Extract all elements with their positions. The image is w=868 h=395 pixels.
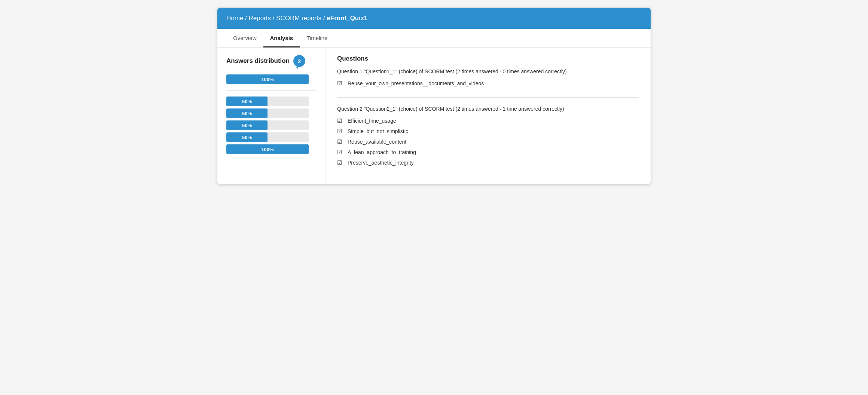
- tab-timeline[interactable]: Timeline: [300, 29, 334, 48]
- answers-distribution-title: Answers distribution: [226, 57, 290, 65]
- bar-fill-q2-2: 50%: [226, 108, 268, 118]
- question2-block: Question 2 "Question2_1" (choice) of SCO…: [337, 105, 639, 166]
- breadcrumb-prefix: Home / Reports / SCORM reports /: [226, 15, 327, 22]
- header: Home / Reports / SCORM reports / eFront_…: [217, 8, 651, 29]
- bar-container-q2-1: 50%: [226, 97, 317, 106]
- bar-container-q2-2: 50%: [226, 108, 317, 118]
- bar-fill-q2-4: 50%: [226, 132, 268, 142]
- answer-item: ☑ Reuse_your_own_presentations__document…: [337, 80, 639, 87]
- main-content: Answers distribution 2 100%: [217, 48, 651, 184]
- bar-wrapper-q2-5: 100%: [226, 144, 309, 154]
- bar-wrapper-q2-1: 50%: [226, 97, 309, 106]
- answer-text: A_lean_approach_to_training: [348, 149, 416, 155]
- answer-text: Efficient_time_usage: [348, 118, 396, 124]
- bar-wrapper-q2-4: 50%: [226, 132, 309, 142]
- answer-item-q2-5: ☑ Preserve_aesthetic_integrity: [337, 159, 639, 166]
- question1-header: Question 1 "Question1_1" (choice) of SCO…: [337, 68, 639, 76]
- checkmark-icon: ☑: [337, 117, 344, 124]
- questions-title: Questions: [337, 55, 639, 62]
- answer-item-q2-1: ☑ Efficient_time_usage: [337, 117, 639, 124]
- answer-text: Reuse_available_content: [348, 139, 406, 145]
- answer-text: Reuse_your_own_presentations__documents_…: [348, 80, 484, 86]
- bar-container-q2-4: 50%: [226, 132, 317, 142]
- tab-overview[interactable]: Overview: [226, 29, 263, 48]
- bar-container-q2-3: 50%: [226, 120, 317, 130]
- question2-bars: 50% 50% 50%: [226, 97, 317, 154]
- answers-count-badge: 2: [293, 55, 305, 67]
- bar-fill-q2-5: 100%: [226, 144, 309, 154]
- panel-divider: [226, 90, 317, 91]
- bar-wrapper-q1-1: 100%: [226, 74, 309, 84]
- bar-fill-q1-1: 100%: [226, 74, 309, 84]
- left-panel-header: Answers distribution 2: [226, 55, 317, 67]
- checkmark-icon: ☑: [337, 80, 344, 87]
- question1-bars: 100%: [226, 74, 317, 84]
- checkmark-icon: ☑: [337, 138, 344, 145]
- tab-analysis[interactable]: Analysis: [263, 29, 300, 48]
- bar-fill-q2-1: 50%: [226, 97, 268, 106]
- bar-fill-q2-3: 50%: [226, 120, 268, 130]
- breadcrumb-bold: eFront_Quiz1: [327, 15, 367, 22]
- question1-block: Question 1 "Question1_1" (choice) of SCO…: [337, 68, 639, 87]
- bar-container-q2-5: 100%: [226, 144, 317, 154]
- tabs-bar: Overview Analysis Timeline: [217, 29, 651, 48]
- question-divider: [337, 97, 639, 98]
- checkmark-icon: ☑: [337, 128, 344, 135]
- answer-text: Preserve_aesthetic_integrity: [348, 160, 414, 166]
- checkmark-icon: ☑: [337, 159, 344, 166]
- bar-wrapper-q2-2: 50%: [226, 108, 309, 118]
- checkmark-icon: ☑: [337, 149, 344, 156]
- bar-container-q1-1: 100%: [226, 74, 317, 84]
- main-window: Home / Reports / SCORM reports / eFront_…: [217, 7, 651, 184]
- bar-wrapper-q2-3: 50%: [226, 120, 309, 130]
- answer-item-q2-3: ☑ Reuse_available_content: [337, 138, 639, 145]
- answer-text: Simple_but_not_simplistic: [348, 128, 408, 134]
- answer-item-q2-2: ☑ Simple_but_not_simplistic: [337, 128, 639, 135]
- left-panel: Answers distribution 2 100%: [217, 48, 326, 184]
- answer-item-q2-4: ☑ A_lean_approach_to_training: [337, 149, 639, 156]
- question2-header: Question 2 "Question2_1" (choice) of SCO…: [337, 105, 639, 113]
- right-panel: Questions Question 1 "Question1_1" (choi…: [326, 48, 651, 184]
